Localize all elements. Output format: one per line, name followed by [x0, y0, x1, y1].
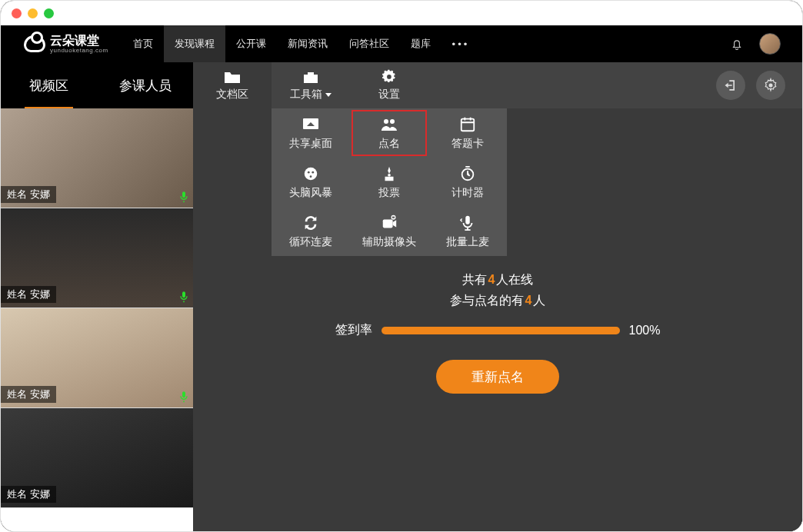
- sub-nav: 视频区 参课人员 文档区 工具箱 设置: [1, 62, 802, 108]
- logo[interactable]: 云朵课堂 yunduoketang.com: [1, 35, 122, 54]
- nav-news[interactable]: 新闻资讯: [277, 25, 338, 62]
- nav-open-class[interactable]: 公开课: [225, 25, 277, 62]
- attendance-panel: 共有4人在线 参与点名的有4人 签到率 100% 重新点名: [193, 270, 802, 394]
- batch-mic-icon: [458, 214, 477, 231]
- video-cell-empty: [1, 508, 193, 531]
- docs-label: 文档区: [216, 88, 248, 101]
- toolbox-icon: [302, 69, 320, 85]
- svg-rect-4: [461, 118, 475, 131]
- exit-icon: [723, 78, 738, 93]
- tool-batch-mic[interactable]: 批量上麦: [428, 207, 507, 256]
- tab-video-area[interactable]: 视频区: [1, 62, 97, 108]
- rate-percent: 100%: [629, 324, 661, 337]
- video-cell[interactable]: 姓名 安娜: [1, 208, 193, 308]
- tool-brainstorm[interactable]: 头脑风暴: [272, 158, 350, 207]
- nav-qa[interactable]: 问答社区: [338, 25, 400, 62]
- calendar-icon: [458, 116, 477, 133]
- main-area: 姓名 安娜 姓名 安娜 姓名 安娜 姓名 安娜: [1, 108, 802, 531]
- settings-circle-button[interactable]: [756, 71, 785, 100]
- tab-participants[interactable]: 参课人员: [97, 62, 193, 108]
- attendance-rate-row: 签到率 100%: [335, 322, 661, 338]
- nav-items: 首页 发现课程 公开课 新闻资讯 问答社区 题库 •••: [122, 25, 481, 62]
- svg-point-2: [384, 119, 388, 124]
- toolbox-dropdown: 共享桌面 点名 答题卡 头脑风暴: [272, 108, 507, 256]
- mic-icon: [178, 191, 190, 203]
- titlebar: [1, 1, 802, 25]
- cloud-icon: [24, 35, 45, 52]
- gear-icon: [763, 78, 778, 93]
- minimize-icon[interactable]: [28, 8, 38, 18]
- retry-rollcall-button[interactable]: 重新点名: [436, 360, 559, 394]
- side-tabs: 视频区 参课人员: [1, 62, 193, 108]
- video-cell[interactable]: 姓名 安娜: [1, 408, 193, 508]
- svg-point-5: [305, 167, 318, 180]
- tool-share-screen[interactable]: 共享桌面: [272, 108, 350, 158]
- top-nav: 云朵课堂 yunduoketang.com 首页 发现课程 公开课 新闻资讯 问…: [1, 25, 802, 62]
- tool-timer[interactable]: 计时器: [428, 158, 507, 207]
- camera-icon: [380, 214, 398, 231]
- settings-label: 设置: [378, 88, 400, 101]
- logo-text: 云朵课堂: [50, 35, 108, 47]
- content-area: 共享桌面 点名 答题卡 头脑风暴: [193, 108, 802, 531]
- svg-point-9: [388, 174, 391, 177]
- mic-icon: [178, 291, 190, 303]
- video-column: 姓名 安娜 姓名 安娜 姓名 安娜 姓名 安娜: [1, 108, 193, 531]
- tool-vote[interactable]: 投票: [350, 158, 428, 207]
- rate-label: 签到率: [335, 322, 372, 338]
- close-icon[interactable]: [12, 8, 22, 18]
- svg-point-7: [312, 171, 314, 173]
- timer-icon: [458, 165, 477, 182]
- svg-rect-13: [465, 215, 470, 224]
- docs-area-button[interactable]: 文档区: [193, 62, 272, 108]
- svg-point-6: [308, 171, 310, 173]
- app-window: 云朵课堂 yunduoketang.com 首页 发现课程 公开课 新闻资讯 问…: [0, 0, 803, 532]
- nav-home[interactable]: 首页: [122, 25, 164, 62]
- chevron-down-icon: [325, 93, 332, 97]
- settings-button[interactable]: 设置: [350, 62, 428, 108]
- svg-point-8: [310, 175, 312, 178]
- toolbox-button[interactable]: 工具箱: [272, 62, 350, 108]
- video-cell[interactable]: 姓名 安娜: [1, 108, 193, 208]
- avatar[interactable]: [759, 33, 781, 55]
- rollcall-count: 参与点名的有4人: [450, 293, 546, 309]
- svg-rect-11: [383, 219, 393, 228]
- tool-answer-card[interactable]: 答题卡: [428, 108, 507, 158]
- online-count: 共有4人在线: [462, 272, 534, 288]
- nav-discover[interactable]: 发现课程: [164, 25, 225, 62]
- tool-aux-camera[interactable]: 辅助摄像头: [350, 207, 428, 256]
- mic-icon: [178, 391, 190, 403]
- tool-roll-call[interactable]: 点名: [350, 108, 428, 158]
- svg-point-3: [390, 119, 395, 124]
- brainstorm-icon: [302, 165, 320, 182]
- exit-button[interactable]: [716, 71, 745, 100]
- rate-bar: [382, 327, 620, 334]
- logo-subtext: yunduoketang.com: [50, 47, 108, 54]
- vote-icon: [380, 165, 398, 182]
- screen-share-icon: [302, 116, 320, 133]
- tool-loop-mic[interactable]: 循环连麦: [272, 207, 350, 256]
- maximize-icon[interactable]: [44, 8, 54, 18]
- nav-more[interactable]: •••: [441, 25, 481, 62]
- people-icon: [380, 116, 398, 133]
- svg-point-0: [769, 84, 773, 88]
- loop-mic-icon: [302, 214, 320, 231]
- video-cell[interactable]: 姓名 安娜: [1, 308, 193, 408]
- toolbox-label: 工具箱: [290, 88, 322, 101]
- nav-question-bank[interactable]: 题库: [400, 25, 441, 62]
- bell-icon[interactable]: [730, 37, 744, 51]
- gear-icon: [380, 69, 398, 85]
- folder-icon: [223, 69, 242, 85]
